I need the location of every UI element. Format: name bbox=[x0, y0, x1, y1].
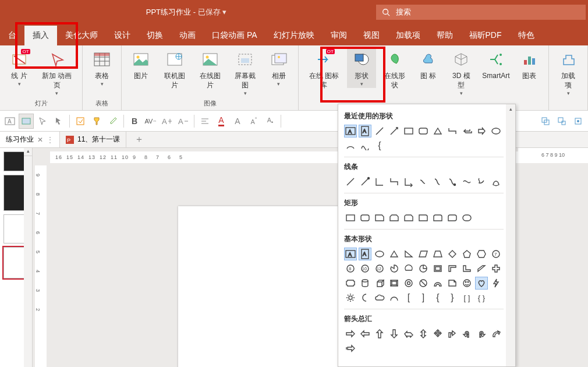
line-1[interactable] bbox=[344, 175, 357, 188]
doctab-1[interactable]: P 11、第十一课 bbox=[60, 132, 126, 147]
thumbnail-pane[interactable]: ▴ bbox=[0, 148, 33, 367]
bshape-txt-v[interactable]: A bbox=[359, 248, 371, 260]
doctab-0[interactable]: 练习作业 ✕ ⋮ bbox=[0, 132, 60, 147]
ar-uturn-r[interactable] bbox=[475, 327, 488, 340]
rect-3[interactable] bbox=[373, 211, 386, 224]
bshape-donut[interactable] bbox=[402, 277, 415, 290]
panel-scrollbar[interactable]: ▴ bbox=[506, 104, 515, 366]
q-font-size-a[interactable]: A bbox=[230, 114, 245, 129]
bshape-oct[interactable]: 8 bbox=[344, 262, 357, 275]
bshape-hept[interactable]: 7 bbox=[490, 248, 502, 260]
shape-arc[interactable] bbox=[344, 139, 357, 152]
bshape-trap[interactable] bbox=[431, 248, 444, 260]
bshape-txt-h[interactable]: A bbox=[344, 248, 357, 260]
tab-slideshow[interactable]: 幻灯片放映 bbox=[265, 26, 323, 45]
q-textbox[interactable]: A bbox=[2, 114, 17, 129]
bshape-heart[interactable] bbox=[475, 277, 488, 290]
ar-curved[interactable] bbox=[490, 327, 502, 340]
btn-addins[interactable]: 加载 项 bbox=[554, 48, 583, 97]
btn-screenshot[interactable]: 屏幕截图 bbox=[229, 48, 262, 97]
ar-u[interactable] bbox=[373, 327, 386, 340]
tab-special[interactable]: 特色 bbox=[510, 26, 543, 45]
tab-addins[interactable]: 加载项 bbox=[388, 26, 428, 45]
ar-quad[interactable] bbox=[431, 327, 444, 340]
btn-newslide[interactable]: OT 线 片 bbox=[5, 48, 34, 88]
bshape-dbrace[interactable]: { } bbox=[475, 291, 488, 304]
bshape-dodec[interactable]: 12 bbox=[373, 262, 386, 275]
doctab-add[interactable]: ＋ bbox=[126, 132, 152, 147]
shape-connector[interactable] bbox=[446, 125, 459, 137]
btn-iconlib[interactable]: OT 在线 图标库 bbox=[303, 48, 345, 91]
ar-ud[interactable] bbox=[417, 327, 430, 340]
line-4[interactable] bbox=[388, 175, 401, 188]
bshape-pent[interactable] bbox=[461, 248, 473, 260]
bshape-bracket-l[interactable]: [ bbox=[402, 291, 415, 304]
bshape-rtri[interactable] bbox=[402, 248, 415, 260]
btn-chart[interactable]: 图表 bbox=[515, 48, 544, 82]
bshape-brace-r[interactable]: } bbox=[446, 291, 459, 304]
bshape-cube[interactable] bbox=[373, 277, 386, 290]
line-6[interactable] bbox=[417, 175, 430, 188]
btn-web-picture[interactable]: 在线图片 bbox=[193, 48, 226, 91]
bshape-moon[interactable] bbox=[359, 291, 371, 304]
bshape-lshape[interactable] bbox=[461, 262, 473, 275]
shape-line[interactable] bbox=[373, 125, 386, 137]
q-font-color[interactable]: A bbox=[214, 114, 229, 129]
tab-insert[interactable]: 插入 bbox=[24, 26, 57, 45]
q-eyedrop[interactable] bbox=[105, 114, 121, 129]
rect-1[interactable] bbox=[344, 211, 357, 224]
tab-review[interactable]: 审阅 bbox=[323, 26, 355, 45]
line-3[interactable] bbox=[373, 175, 386, 188]
bshape-smiley[interactable] bbox=[461, 277, 473, 290]
btn-table[interactable]: 表格 bbox=[87, 48, 116, 88]
shape-r-arrow[interactable] bbox=[475, 125, 488, 137]
line-10[interactable] bbox=[475, 175, 488, 188]
bshape-pie[interactable] bbox=[388, 262, 401, 275]
line-7[interactable] bbox=[431, 175, 444, 188]
bshape-bracket-r[interactable]: ] bbox=[417, 291, 430, 304]
q-superscript[interactable]: A° bbox=[246, 114, 261, 129]
ar-uturn-l[interactable] bbox=[461, 327, 473, 340]
q-layout[interactable] bbox=[19, 114, 34, 129]
more-icon[interactable]: ⋮ bbox=[47, 136, 54, 144]
bshape-can[interactable] bbox=[359, 277, 371, 290]
bshape-tri[interactable] bbox=[388, 248, 401, 260]
btn-smartart[interactable]: SmartArt bbox=[480, 48, 512, 82]
ar-lr[interactable] bbox=[402, 327, 415, 340]
shape-rect[interactable] bbox=[402, 125, 415, 137]
btn-online-picture[interactable]: 联机图片 bbox=[158, 48, 191, 91]
bshape-dec[interactable]: 10 bbox=[359, 262, 371, 275]
line-2[interactable] bbox=[359, 175, 371, 188]
q-spacing[interactable]: AV↔ bbox=[143, 114, 158, 129]
q-action[interactable] bbox=[73, 114, 88, 129]
tab-foxit[interactable]: 福昕PDF bbox=[461, 26, 510, 45]
close-icon[interactable]: ✕ bbox=[37, 136, 43, 144]
bshape-noentry[interactable] bbox=[417, 277, 430, 290]
bshape-bevel[interactable] bbox=[388, 277, 401, 290]
btn-picture[interactable]: 图片 bbox=[126, 48, 155, 82]
thumb-scrollbar[interactable]: ▴ bbox=[24, 148, 32, 367]
bshape-para[interactable] bbox=[417, 248, 430, 260]
bshape-blockarc[interactable] bbox=[431, 277, 444, 290]
btn-icons[interactable]: 图 标 bbox=[414, 48, 443, 82]
bshape-cloud[interactable] bbox=[373, 291, 386, 304]
shape-textbox-v[interactable]: A bbox=[359, 125, 371, 137]
btn-online-shapes[interactable]: 在线形状 bbox=[378, 48, 412, 91]
btn-add-anim-page[interactable]: 新加 动画页 bbox=[36, 48, 77, 97]
bshape-diag[interactable] bbox=[475, 262, 488, 275]
tab-view[interactable]: 视图 bbox=[355, 26, 388, 45]
bshape-fold[interactable] bbox=[446, 277, 459, 290]
rect-5[interactable] bbox=[402, 211, 415, 224]
rect-2[interactable] bbox=[359, 211, 371, 224]
bshape-brace-l[interactable]: { bbox=[431, 291, 444, 304]
rect-6[interactable] bbox=[417, 211, 430, 224]
save-status-caret[interactable]: ▾ bbox=[222, 8, 226, 16]
tab-0[interactable]: 台 bbox=[0, 26, 24, 45]
q-align[interactable] bbox=[197, 114, 212, 129]
line-5[interactable] bbox=[402, 175, 415, 188]
q-group[interactable] bbox=[538, 114, 553, 129]
line-8[interactable] bbox=[446, 175, 459, 188]
bshape-arc2[interactable] bbox=[388, 291, 401, 304]
line-9[interactable] bbox=[461, 175, 473, 188]
tab-beautify[interactable]: 美化大师 bbox=[57, 26, 106, 45]
